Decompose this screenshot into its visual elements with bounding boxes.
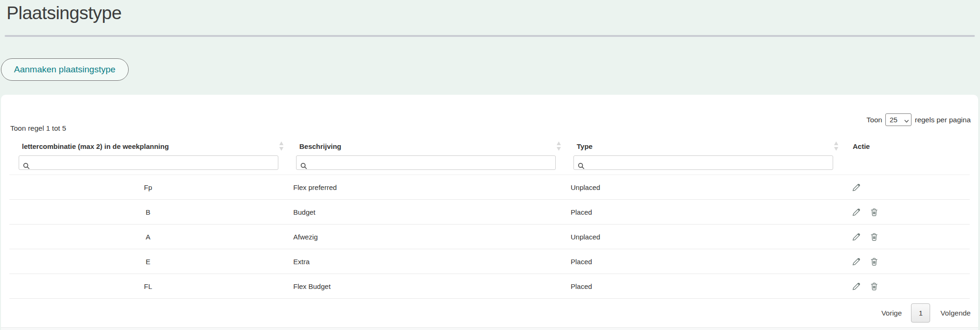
- pagination-next[interactable]: Volgende: [940, 309, 971, 317]
- rows-info-text: Toon regel 1 tot 5: [10, 124, 66, 133]
- page-size-control: Toon 25 regels per pagina: [867, 113, 971, 126]
- table-row: Fp Flex preferred Unplaced: [9, 175, 970, 200]
- cell-lettercombinatie: FL: [9, 274, 287, 299]
- cell-beschrijving: Flex preferred: [287, 175, 564, 200]
- page-size-prefix-label: Toon: [867, 116, 883, 124]
- column-header-beschrijving: Beschrijving: [287, 140, 564, 153]
- sort-icon[interactable]: [834, 141, 839, 151]
- column-label: lettercombinatie (max 2) in de weekplann…: [22, 142, 169, 150]
- edit-icon[interactable]: [851, 257, 861, 267]
- card-bottom-edge: [1, 327, 978, 330]
- page-size-suffix-label: regels per pagina: [915, 116, 971, 124]
- table-row: E Extra Placed: [9, 249, 970, 274]
- delete-icon[interactable]: [870, 232, 879, 242]
- edit-icon[interactable]: [851, 207, 861, 217]
- pagination-previous[interactable]: Vorige: [881, 309, 902, 317]
- column-label: Beschrijving: [299, 142, 341, 150]
- filter-input-lettercombinatie[interactable]: [19, 155, 278, 170]
- cell-type: Placed: [564, 249, 842, 274]
- delete-icon[interactable]: [870, 207, 879, 217]
- table-row: B Budget Placed: [9, 200, 970, 225]
- filter-input-beschrijving[interactable]: [296, 155, 556, 170]
- page-size-select[interactable]: 25: [885, 113, 911, 126]
- cell-beschrijving: Flex Budget: [287, 274, 564, 299]
- create-plaatsingstype-button[interactable]: Aanmaken plaatsingstype: [1, 58, 129, 81]
- table-row: FL Flex Budget Placed: [9, 274, 970, 299]
- sort-icon[interactable]: [279, 141, 284, 151]
- filter-input-type[interactable]: [573, 155, 833, 170]
- page-title: Plaatsingstype: [7, 0, 122, 26]
- column-label: Actie: [853, 142, 870, 150]
- cell-type: Unplaced: [564, 225, 842, 249]
- cell-lettercombinatie: E: [9, 249, 287, 274]
- plaatsingstype-page: Plaatsingstype Aanmaken plaatsingstype T…: [0, 0, 980, 330]
- delete-icon[interactable]: [870, 281, 879, 291]
- cell-type: Placed: [564, 200, 842, 225]
- column-label: Type: [577, 142, 593, 150]
- edit-icon[interactable]: [851, 183, 861, 192]
- pagination: Vorige 1 Volgende: [1, 303, 971, 323]
- column-header-type: Type: [564, 140, 842, 153]
- cell-lettercombinatie: Fp: [9, 175, 287, 200]
- cell-lettercombinatie: A: [9, 225, 287, 249]
- cell-type: Placed: [564, 274, 842, 299]
- table-row: A Afwezig Unplaced: [9, 225, 970, 249]
- title-divider: [5, 35, 975, 37]
- cell-type: Unplaced: [564, 175, 842, 200]
- cell-beschrijving: Afwezig: [287, 225, 564, 249]
- cell-beschrijving: Extra: [287, 249, 564, 274]
- header-row: lettercombinatie (max 2) in de weekplann…: [9, 140, 970, 153]
- table-card: Toon 25 regels per pagina Toon regel 1 t…: [1, 95, 978, 330]
- sort-icon[interactable]: [556, 141, 561, 151]
- delete-icon[interactable]: [870, 257, 879, 267]
- column-header-lettercombinatie: lettercombinatie (max 2) in de weekplann…: [9, 140, 287, 153]
- edit-icon[interactable]: [851, 232, 861, 242]
- edit-icon[interactable]: [851, 281, 861, 291]
- plaatsingstype-table: lettercombinatie (max 2) in de weekplann…: [9, 140, 970, 299]
- cell-lettercombinatie: B: [9, 200, 287, 225]
- column-header-actie: Actie: [842, 140, 970, 153]
- pagination-page-1[interactable]: 1: [911, 303, 930, 323]
- filter-row: [9, 153, 970, 175]
- cell-beschrijving: Budget: [287, 200, 564, 225]
